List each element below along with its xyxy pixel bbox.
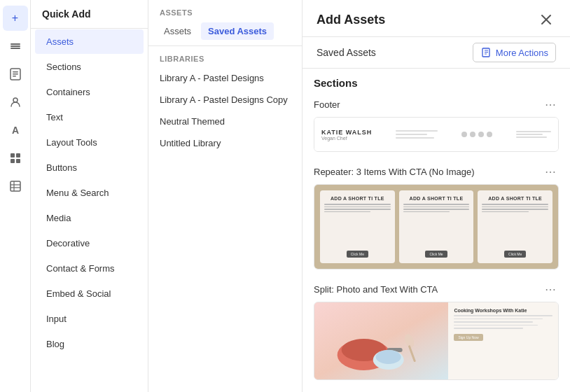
svg-rect-1 (11, 46, 20, 47)
footer-lines (396, 130, 438, 139)
library-item-neutral[interactable]: Neutral Themed (148, 111, 302, 132)
sidebar-item-blog[interactable]: Blog (35, 332, 144, 356)
sidebar-item-containers[interactable]: Containers (35, 80, 144, 104)
social-icon-3 (478, 132, 484, 137)
svg-rect-12 (16, 159, 20, 163)
sections-title: Sections (314, 77, 559, 89)
left-panel: Quick Add Assets Sections Containers Tex… (31, 0, 148, 392)
sidebar-item-buttons[interactable]: Buttons (35, 155, 144, 180)
repeater-menu-button[interactable]: ⋯ (542, 163, 559, 180)
repeater-asset-name: Repeater: 3 Items With CTA (No Image) (314, 167, 475, 177)
mid-panel: ASSETS Assets Saved Assets LIBRARIES Lib… (148, 0, 303, 392)
footer-line-2 (396, 134, 427, 135)
repeater-card-1-title: ADD A SHORT TI TLE (331, 196, 384, 201)
library-item-pastel-copy[interactable]: Library A - Pastel Designs Copy (148, 89, 302, 111)
repeater-card-2: ADD A SHORT TI TLE Click Me (399, 190, 474, 263)
sidebar-item-sections[interactable]: Sections (35, 55, 144, 79)
repeater-card-3-title: ADD A SHORT TI TLE (488, 196, 542, 201)
footer-preview[interactable]: KATIE WALSH Vegan Chef (314, 117, 559, 152)
right-header: Add Assets (303, 0, 570, 37)
asset-card-footer: Footer ⋯ KATIE WALSH Vegan Chef (314, 96, 559, 152)
asset-card-split-header: Split: Photo and Text With CTA ⋯ (314, 281, 559, 298)
grid-icon (9, 152, 22, 164)
libraries-header: LIBRARIES (148, 46, 302, 67)
footer-social-icons (461, 132, 492, 137)
icon-bar: + A (0, 0, 31, 392)
split-text-line-2 (454, 318, 543, 320)
layers-icon-btn[interactable] (3, 34, 28, 59)
sidebar-item-media[interactable]: Media (35, 206, 144, 230)
footer-text-line-3 (516, 136, 547, 138)
library-item-pastel[interactable]: Library A - Pastel Designs (148, 67, 302, 89)
svg-rect-4 (13, 71, 18, 73)
split-image (314, 302, 448, 379)
split-text-line-3 (454, 321, 532, 323)
split-text-line-5 (454, 328, 522, 329)
plus-icon-btn[interactable]: + (3, 6, 28, 31)
table-icon-btn[interactable] (3, 174, 28, 199)
page-icon (10, 68, 21, 80)
people-icon (9, 96, 22, 108)
footer-brand-subtitle: Vegan Chef (321, 136, 372, 141)
svg-rect-0 (11, 43, 20, 45)
sidebar-item-layout-tools[interactable]: Layout Tools (35, 130, 144, 155)
text-icon: A (9, 124, 22, 136)
close-button[interactable] (536, 10, 556, 29)
footer-name-block: KATIE WALSH Vegan Chef (321, 129, 372, 141)
svg-rect-9 (11, 153, 15, 158)
asset-card-split: Split: Photo and Text With CTA ⋯ (314, 281, 559, 380)
footer-line-3 (396, 137, 434, 139)
footer-menu-button[interactable]: ⋯ (542, 96, 559, 113)
repeater-card-3-lines (482, 204, 548, 212)
right-content: Sections Footer ⋯ KATIE WALSH Vegan Chef (303, 69, 570, 392)
footer-brand-name: KATIE WALSH (321, 129, 372, 136)
split-asset-name: Split: Photo and Text With CTA (314, 284, 438, 295)
repeater-card-1-lines (324, 204, 391, 212)
asset-card-footer-header: Footer ⋯ (314, 96, 559, 113)
svg-rect-11 (11, 159, 15, 163)
assets-header: ASSETS (148, 0, 302, 22)
tab-saved-assets[interactable]: Saved Assets (201, 22, 274, 40)
repeater-preview[interactable]: ADD A SHORT TI TLE Click Me ADD A SHORT … (314, 184, 559, 270)
footer-line-1 (396, 130, 438, 132)
social-icon-2 (470, 132, 475, 137)
social-icon-4 (487, 132, 492, 137)
footer-text-line-2 (516, 134, 543, 135)
split-text-line-4 (454, 325, 538, 326)
svg-point-7 (13, 98, 18, 102)
split-cookware-svg (314, 302, 448, 379)
sidebar-item-input[interactable]: Input (35, 307, 144, 331)
people-icon-btn[interactable] (3, 90, 28, 115)
mid-tabs: Assets Saved Assets (148, 22, 302, 46)
sidebar-item-assets[interactable]: Assets (35, 29, 144, 54)
sidebar-item-decorative[interactable]: Decorative (35, 231, 144, 255)
repeater-card-3-btn: Click Me (504, 251, 526, 258)
library-item-untitled[interactable]: Untitled Library (148, 132, 302, 154)
sidebar-item-embed-social[interactable]: Embed & Social (35, 281, 144, 306)
book-icon (480, 47, 492, 58)
svg-point-28 (376, 350, 401, 364)
tab-assets[interactable]: Assets (157, 22, 198, 40)
more-actions-button[interactable]: More Actions (473, 43, 556, 62)
social-icon-1 (461, 132, 467, 137)
repeater-card-2-btn: Click Me (425, 251, 447, 258)
split-text-line-1 (454, 315, 552, 316)
split-menu-button[interactable]: ⋯ (542, 281, 559, 298)
sidebar-item-contact-forms[interactable]: Contact & Forms (35, 256, 144, 281)
sidebar-item-text[interactable]: Text (35, 105, 144, 130)
close-icon (541, 14, 552, 25)
svg-rect-2 (11, 48, 20, 49)
svg-rect-13 (11, 181, 20, 191)
asset-card-repeater: Repeater: 3 Items With CTA (No Image) ⋯ … (314, 163, 559, 270)
split-preview[interactable]: Cooking Workshops With Katie Sign Up Now (314, 302, 559, 380)
grid-icon-btn[interactable] (3, 146, 28, 171)
text-icon-btn[interactable]: A (3, 118, 28, 143)
footer-text-line-1 (516, 131, 551, 132)
table-icon (9, 180, 22, 192)
add-assets-title: Add Assets (317, 13, 385, 27)
page-icon-btn[interactable] (3, 62, 28, 87)
quick-add-header: Quick Add (31, 0, 148, 29)
more-actions-label: More Actions (496, 48, 548, 58)
sidebar-item-menu-search[interactable]: Menu & Search (35, 181, 144, 205)
repeater-card-2-title: ADD A SHORT TI TLE (410, 196, 464, 201)
